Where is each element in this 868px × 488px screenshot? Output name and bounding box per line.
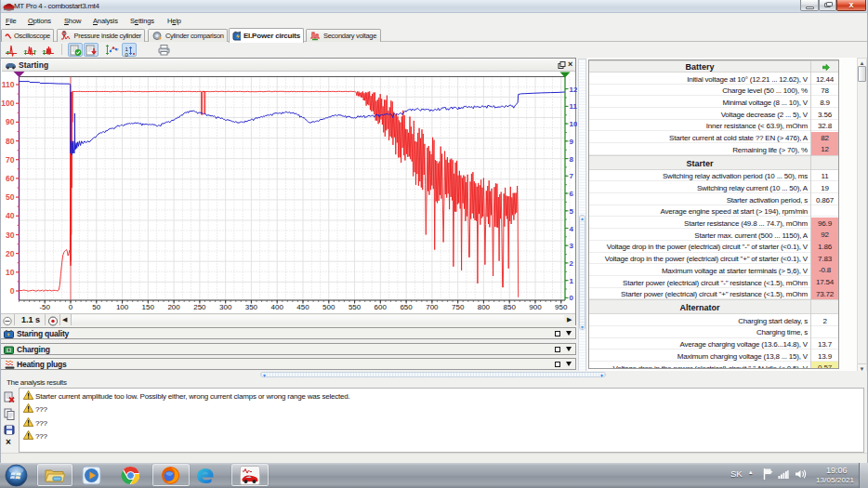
svg-text:-50: -50 [39, 303, 50, 311]
svg-text:100: 100 [1, 99, 14, 108]
svg-text:250: 250 [193, 303, 206, 311]
svg-text:800: 800 [478, 303, 491, 311]
svg-text:40: 40 [6, 211, 15, 220]
svg-text:10: 10 [570, 120, 578, 128]
svg-text:20: 20 [6, 249, 15, 258]
svg-text:5: 5 [570, 207, 574, 216]
svg-text:8: 8 [570, 155, 574, 164]
svg-text:500: 500 [322, 303, 335, 311]
svg-text:10: 10 [6, 268, 15, 277]
svg-text:9: 9 [570, 138, 574, 146]
svg-text:0: 0 [125, 52, 129, 58]
svg-text:200: 200 [167, 303, 180, 311]
svg-text:70: 70 [6, 155, 15, 165]
svg-text:850: 850 [504, 303, 517, 311]
svg-text:7: 7 [570, 172, 574, 180]
svg-text:300: 300 [219, 303, 232, 311]
svg-text:110: 110 [2, 80, 15, 89]
svg-text:60: 60 [6, 174, 15, 183]
svg-text:3: 3 [570, 242, 574, 250]
svg-text:700: 700 [426, 303, 439, 311]
svg-text:1: 1 [570, 277, 574, 285]
svg-text:0: 0 [570, 294, 574, 302]
svg-text:350: 350 [245, 303, 258, 311]
svg-text:900: 900 [529, 303, 542, 311]
svg-text:11: 11 [570, 102, 578, 111]
svg-text:750: 750 [452, 303, 465, 311]
svg-text:650: 650 [400, 303, 413, 311]
svg-text:90: 90 [6, 117, 15, 126]
svg-text:12: 12 [570, 86, 578, 94]
svg-text:0: 0 [69, 303, 73, 311]
svg-text:0: 0 [10, 286, 15, 296]
svg-text:2: 2 [570, 259, 574, 268]
svg-text:150: 150 [142, 303, 155, 311]
svg-text:6: 6 [570, 190, 574, 198]
svg-text:80: 80 [6, 137, 15, 146]
svg-text:600: 600 [375, 303, 388, 311]
svg-text:30: 30 [6, 231, 15, 240]
svg-text:4: 4 [570, 225, 574, 233]
svg-text:550: 550 [349, 303, 362, 311]
svg-text:100: 100 [116, 303, 129, 311]
svg-text:50: 50 [6, 192, 15, 202]
svg-text:400: 400 [271, 303, 284, 311]
svg-text:50: 50 [92, 303, 100, 311]
svg-text:450: 450 [296, 303, 309, 311]
svg-text:950: 950 [555, 303, 568, 311]
